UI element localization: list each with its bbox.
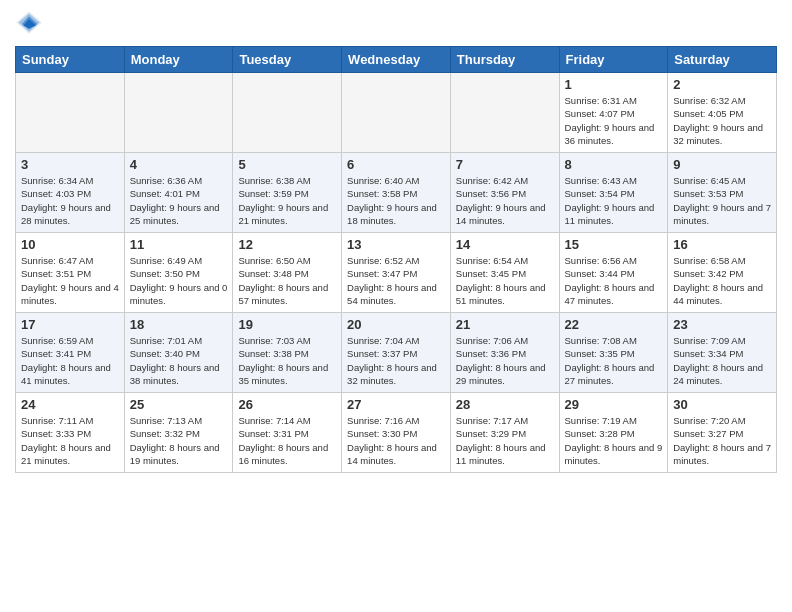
calendar-day-cell: 17Sunrise: 6:59 AMSunset: 3:41 PMDayligh… [16, 313, 125, 393]
calendar: SundayMondayTuesdayWednesdayThursdayFrid… [15, 46, 777, 473]
calendar-week-row: 10Sunrise: 6:47 AMSunset: 3:51 PMDayligh… [16, 233, 777, 313]
day-info: Sunrise: 7:09 AMSunset: 3:34 PMDaylight:… [673, 334, 771, 387]
day-info: Sunrise: 7:08 AMSunset: 3:35 PMDaylight:… [565, 334, 663, 387]
calendar-day-cell: 3Sunrise: 6:34 AMSunset: 4:03 PMDaylight… [16, 153, 125, 233]
day-number: 30 [673, 397, 771, 412]
day-info: Sunrise: 6:34 AMSunset: 4:03 PMDaylight:… [21, 174, 119, 227]
calendar-day-cell: 16Sunrise: 6:58 AMSunset: 3:42 PMDayligh… [668, 233, 777, 313]
calendar-week-row: 24Sunrise: 7:11 AMSunset: 3:33 PMDayligh… [16, 393, 777, 473]
day-number: 1 [565, 77, 663, 92]
day-info: Sunrise: 7:14 AMSunset: 3:31 PMDaylight:… [238, 414, 336, 467]
calendar-day-cell [450, 73, 559, 153]
calendar-day-cell: 19Sunrise: 7:03 AMSunset: 3:38 PMDayligh… [233, 313, 342, 393]
day-info: Sunrise: 6:45 AMSunset: 3:53 PMDaylight:… [673, 174, 771, 227]
day-info: Sunrise: 7:01 AMSunset: 3:40 PMDaylight:… [130, 334, 228, 387]
day-info: Sunrise: 6:58 AMSunset: 3:42 PMDaylight:… [673, 254, 771, 307]
day-number: 6 [347, 157, 445, 172]
day-info: Sunrise: 6:32 AMSunset: 4:05 PMDaylight:… [673, 94, 771, 147]
day-info: Sunrise: 6:38 AMSunset: 3:59 PMDaylight:… [238, 174, 336, 227]
day-number: 8 [565, 157, 663, 172]
calendar-week-row: 17Sunrise: 6:59 AMSunset: 3:41 PMDayligh… [16, 313, 777, 393]
day-info: Sunrise: 7:04 AMSunset: 3:37 PMDaylight:… [347, 334, 445, 387]
day-number: 14 [456, 237, 554, 252]
day-info: Sunrise: 7:11 AMSunset: 3:33 PMDaylight:… [21, 414, 119, 467]
calendar-day-cell: 25Sunrise: 7:13 AMSunset: 3:32 PMDayligh… [124, 393, 233, 473]
day-number: 23 [673, 317, 771, 332]
day-number: 4 [130, 157, 228, 172]
day-info: Sunrise: 6:54 AMSunset: 3:45 PMDaylight:… [456, 254, 554, 307]
day-number: 16 [673, 237, 771, 252]
calendar-day-cell [342, 73, 451, 153]
day-number: 10 [21, 237, 119, 252]
calendar-day-cell: 24Sunrise: 7:11 AMSunset: 3:33 PMDayligh… [16, 393, 125, 473]
logo-icon [15, 10, 43, 38]
day-info: Sunrise: 6:59 AMSunset: 3:41 PMDaylight:… [21, 334, 119, 387]
page-container: SundayMondayTuesdayWednesdayThursdayFrid… [0, 0, 792, 483]
day-info: Sunrise: 6:40 AMSunset: 3:58 PMDaylight:… [347, 174, 445, 227]
day-info: Sunrise: 6:31 AMSunset: 4:07 PMDaylight:… [565, 94, 663, 147]
day-number: 5 [238, 157, 336, 172]
calendar-day-cell [233, 73, 342, 153]
calendar-day-cell: 27Sunrise: 7:16 AMSunset: 3:30 PMDayligh… [342, 393, 451, 473]
day-info: Sunrise: 6:49 AMSunset: 3:50 PMDaylight:… [130, 254, 228, 307]
calendar-day-cell: 23Sunrise: 7:09 AMSunset: 3:34 PMDayligh… [668, 313, 777, 393]
day-number: 21 [456, 317, 554, 332]
day-info: Sunrise: 6:52 AMSunset: 3:47 PMDaylight:… [347, 254, 445, 307]
calendar-day-cell: 4Sunrise: 6:36 AMSunset: 4:01 PMDaylight… [124, 153, 233, 233]
calendar-week-row: 1Sunrise: 6:31 AMSunset: 4:07 PMDaylight… [16, 73, 777, 153]
day-number: 29 [565, 397, 663, 412]
day-number: 13 [347, 237, 445, 252]
day-number: 19 [238, 317, 336, 332]
day-of-week-header: Friday [559, 47, 668, 73]
day-number: 12 [238, 237, 336, 252]
day-info: Sunrise: 6:56 AMSunset: 3:44 PMDaylight:… [565, 254, 663, 307]
day-info: Sunrise: 7:19 AMSunset: 3:28 PMDaylight:… [565, 414, 663, 467]
calendar-day-cell: 9Sunrise: 6:45 AMSunset: 3:53 PMDaylight… [668, 153, 777, 233]
calendar-day-cell [16, 73, 125, 153]
day-info: Sunrise: 7:13 AMSunset: 3:32 PMDaylight:… [130, 414, 228, 467]
calendar-day-cell: 12Sunrise: 6:50 AMSunset: 3:48 PMDayligh… [233, 233, 342, 313]
day-number: 24 [21, 397, 119, 412]
day-info: Sunrise: 7:20 AMSunset: 3:27 PMDaylight:… [673, 414, 771, 467]
calendar-body: 1Sunrise: 6:31 AMSunset: 4:07 PMDaylight… [16, 73, 777, 473]
calendar-day-cell: 15Sunrise: 6:56 AMSunset: 3:44 PMDayligh… [559, 233, 668, 313]
calendar-day-cell: 14Sunrise: 6:54 AMSunset: 3:45 PMDayligh… [450, 233, 559, 313]
logo [15, 10, 47, 38]
day-info: Sunrise: 6:42 AMSunset: 3:56 PMDaylight:… [456, 174, 554, 227]
day-of-week-header: Monday [124, 47, 233, 73]
day-number: 15 [565, 237, 663, 252]
calendar-day-cell: 2Sunrise: 6:32 AMSunset: 4:05 PMDaylight… [668, 73, 777, 153]
header [15, 10, 777, 38]
day-of-week-header: Wednesday [342, 47, 451, 73]
day-of-week-header: Thursday [450, 47, 559, 73]
day-info: Sunrise: 6:50 AMSunset: 3:48 PMDaylight:… [238, 254, 336, 307]
day-number: 9 [673, 157, 771, 172]
day-number: 2 [673, 77, 771, 92]
calendar-day-cell: 1Sunrise: 6:31 AMSunset: 4:07 PMDaylight… [559, 73, 668, 153]
day-info: Sunrise: 6:43 AMSunset: 3:54 PMDaylight:… [565, 174, 663, 227]
calendar-day-cell: 7Sunrise: 6:42 AMSunset: 3:56 PMDaylight… [450, 153, 559, 233]
calendar-day-cell: 8Sunrise: 6:43 AMSunset: 3:54 PMDaylight… [559, 153, 668, 233]
calendar-day-cell: 30Sunrise: 7:20 AMSunset: 3:27 PMDayligh… [668, 393, 777, 473]
day-number: 27 [347, 397, 445, 412]
day-number: 28 [456, 397, 554, 412]
calendar-day-cell: 10Sunrise: 6:47 AMSunset: 3:51 PMDayligh… [16, 233, 125, 313]
calendar-day-cell [124, 73, 233, 153]
day-info: Sunrise: 7:17 AMSunset: 3:29 PMDaylight:… [456, 414, 554, 467]
calendar-day-cell: 6Sunrise: 6:40 AMSunset: 3:58 PMDaylight… [342, 153, 451, 233]
calendar-day-cell: 20Sunrise: 7:04 AMSunset: 3:37 PMDayligh… [342, 313, 451, 393]
day-info: Sunrise: 7:03 AMSunset: 3:38 PMDaylight:… [238, 334, 336, 387]
day-info: Sunrise: 7:06 AMSunset: 3:36 PMDaylight:… [456, 334, 554, 387]
day-number: 22 [565, 317, 663, 332]
calendar-header: SundayMondayTuesdayWednesdayThursdayFrid… [16, 47, 777, 73]
calendar-day-cell: 22Sunrise: 7:08 AMSunset: 3:35 PMDayligh… [559, 313, 668, 393]
day-info: Sunrise: 6:47 AMSunset: 3:51 PMDaylight:… [21, 254, 119, 307]
calendar-day-cell: 29Sunrise: 7:19 AMSunset: 3:28 PMDayligh… [559, 393, 668, 473]
day-number: 11 [130, 237, 228, 252]
day-number: 18 [130, 317, 228, 332]
days-of-week-row: SundayMondayTuesdayWednesdayThursdayFrid… [16, 47, 777, 73]
day-number: 7 [456, 157, 554, 172]
day-info: Sunrise: 7:16 AMSunset: 3:30 PMDaylight:… [347, 414, 445, 467]
calendar-day-cell: 11Sunrise: 6:49 AMSunset: 3:50 PMDayligh… [124, 233, 233, 313]
calendar-day-cell: 28Sunrise: 7:17 AMSunset: 3:29 PMDayligh… [450, 393, 559, 473]
